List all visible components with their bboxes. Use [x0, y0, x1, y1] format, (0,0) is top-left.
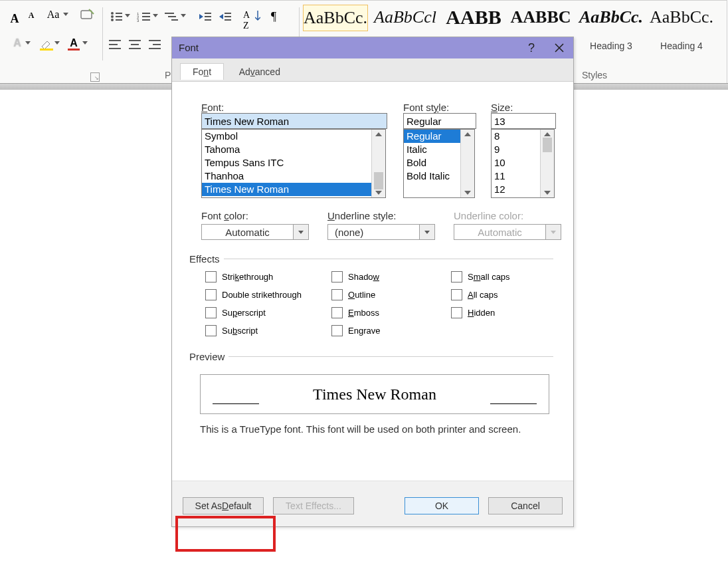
font-option[interactable]: Tempus Sans ITC	[202, 156, 385, 169]
outdent-icon[interactable]	[199, 11, 213, 22]
style-gallery-item[interactable]: AABBC	[509, 5, 573, 30]
size-listbox[interactable]: 89101112	[491, 129, 555, 198]
font-color-combo[interactable]: Automatic	[201, 224, 309, 240]
text-effects-dropdown[interactable]	[25, 41, 31, 45]
indent-icon[interactable]	[219, 11, 232, 22]
preview-note: This is a TrueType font. This font will …	[200, 423, 553, 435]
svg-point-3	[111, 15, 114, 18]
multilevel-dropdown[interactable]	[181, 14, 186, 17]
style-scrollbar[interactable]	[460, 130, 474, 197]
double-strike-checkbox[interactable]: Double strikethrough	[205, 289, 331, 300]
clear-format-icon[interactable]	[78, 9, 97, 22]
text-effects-button: Text Effects...	[273, 497, 354, 514]
strikethrough-checkbox[interactable]: Strikethrough	[205, 271, 331, 282]
allcaps-checkbox[interactable]: All caps	[451, 289, 510, 300]
svg-rect-18	[205, 19, 211, 21]
font-input[interactable]	[201, 113, 387, 129]
font-group-launcher[interactable]: ↘	[90, 72, 100, 82]
style-gallery-label: Heading 3	[579, 41, 643, 51]
hidden-checkbox[interactable]: Hidden	[451, 307, 510, 318]
underline-style-combo[interactable]: (none)	[327, 224, 435, 240]
svg-rect-10	[142, 16, 150, 17]
underline-color-combo: Automatic	[454, 224, 561, 240]
engrave-checkbox[interactable]: Engrave	[331, 325, 451, 336]
size-input[interactable]	[491, 113, 556, 129]
svg-rect-0	[81, 11, 92, 19]
style-label: Font style:	[403, 102, 475, 113]
set-default-button[interactable]: Set As Default	[183, 497, 264, 514]
paragraph-group-label: P	[165, 70, 171, 80]
emboss-checkbox[interactable]: Emboss	[331, 307, 451, 318]
sort-icon[interactable]: AZ	[243, 10, 250, 31]
underline-color-label: Underline color:	[454, 210, 561, 221]
show-marks-icon[interactable]: ¶	[271, 10, 276, 24]
preview-text: Times New Roman	[313, 386, 436, 403]
style-gallery-item[interactable]: AaBbCc.	[303, 5, 368, 31]
svg-rect-6	[116, 19, 122, 21]
style-listbox[interactable]: RegularItalicBoldBold Italic	[403, 129, 475, 198]
svg-rect-21	[225, 19, 231, 21]
style-gallery-item[interactable]: AaBbCc.	[650, 5, 713, 30]
svg-rect-19	[225, 13, 231, 14]
preview-legend: Preview	[185, 351, 228, 362]
numbering-dropdown[interactable]	[153, 14, 158, 17]
font-color-dropdown[interactable]	[82, 41, 88, 45]
dialog-titlebar: Font ?	[172, 37, 573, 58]
svg-rect-13	[165, 13, 174, 14]
shadow-checkbox[interactable]: Shadow	[331, 271, 451, 282]
font-color-icon[interactable]: A	[66, 37, 81, 49]
increase-font-icon[interactable]: A	[7, 9, 23, 29]
font-option[interactable]: Tahoma	[202, 143, 385, 156]
size-scrollbar[interactable]	[540, 130, 554, 197]
svg-rect-12	[142, 19, 150, 21]
font-option[interactable]: Times New Roman	[202, 183, 385, 196]
subscript-checkbox[interactable]: Subscript	[205, 325, 331, 336]
style-input[interactable]	[403, 113, 476, 129]
change-case-icon[interactable]: Aa	[43, 9, 63, 21]
multilevel-icon[interactable]	[165, 11, 179, 22]
underline-style-label: Underline style:	[327, 210, 435, 221]
style-gallery-label: Heading 4	[650, 41, 713, 51]
style-gallery-item[interactable]: AaBbCcl	[373, 5, 437, 30]
align-left-icon[interactable]	[109, 40, 121, 49]
style-gallery-item[interactable]: AABB	[444, 5, 503, 30]
bullets-icon[interactable]	[110, 11, 124, 22]
cancel-button[interactable]: Cancel	[488, 497, 563, 514]
svg-rect-14	[168, 16, 176, 17]
outline-checkbox[interactable]: Outline	[331, 289, 451, 300]
svg-rect-16	[205, 13, 211, 14]
text-effects-icon[interactable]: A	[9, 37, 25, 49]
sort-arrow-icon	[255, 11, 260, 23]
highlight-icon[interactable]	[39, 37, 54, 49]
align-center-icon[interactable]	[129, 40, 141, 49]
font-listbox[interactable]: SymbolTahomaTempus Sans ITCThanhoaTimes …	[201, 129, 386, 198]
svg-point-5	[111, 19, 114, 21]
highlight-dropdown[interactable]	[54, 41, 60, 45]
dialog-footer: Set As Default Text Effects... OK Cancel	[172, 485, 573, 526]
superscript-checkbox[interactable]: Superscript	[205, 307, 331, 318]
change-case-dropdown[interactable]	[63, 13, 68, 16]
align-right-icon[interactable]	[149, 40, 161, 49]
ok-button[interactable]: OK	[405, 497, 479, 514]
svg-rect-4	[116, 16, 122, 17]
decrease-font-icon[interactable]: A	[25, 11, 37, 21]
font-option[interactable]: Thanhoa	[202, 169, 385, 183]
font-scrollbar[interactable]	[371, 130, 385, 197]
tab-body: Font: SymbolTahomaTempus Sans ITCThanhoa…	[172, 82, 573, 481]
smallcaps-checkbox[interactable]: Small caps	[451, 271, 510, 282]
font-color-label: Font color:	[201, 210, 309, 221]
tab-font[interactable]: Font	[180, 63, 224, 80]
svg-text:3: 3	[137, 19, 139, 22]
size-label: Size:	[491, 102, 555, 113]
bullets-dropdown[interactable]	[125, 14, 130, 17]
font-option[interactable]: Symbol	[202, 130, 385, 143]
svg-point-1	[111, 12, 114, 15]
help-button[interactable]: ?	[517, 37, 545, 58]
numbering-icon[interactable]: 123	[137, 11, 151, 22]
close-button[interactable]	[545, 37, 573, 58]
font-label: Font:	[201, 102, 387, 113]
tab-advanced[interactable]: Advanced	[227, 63, 293, 80]
style-gallery-item[interactable]: AaBbCc.	[579, 5, 643, 30]
font-dialog: Font ? Font Advanced Font: SymbolTahomaT…	[171, 37, 574, 527]
preview-box: Times New Roman	[200, 374, 549, 414]
